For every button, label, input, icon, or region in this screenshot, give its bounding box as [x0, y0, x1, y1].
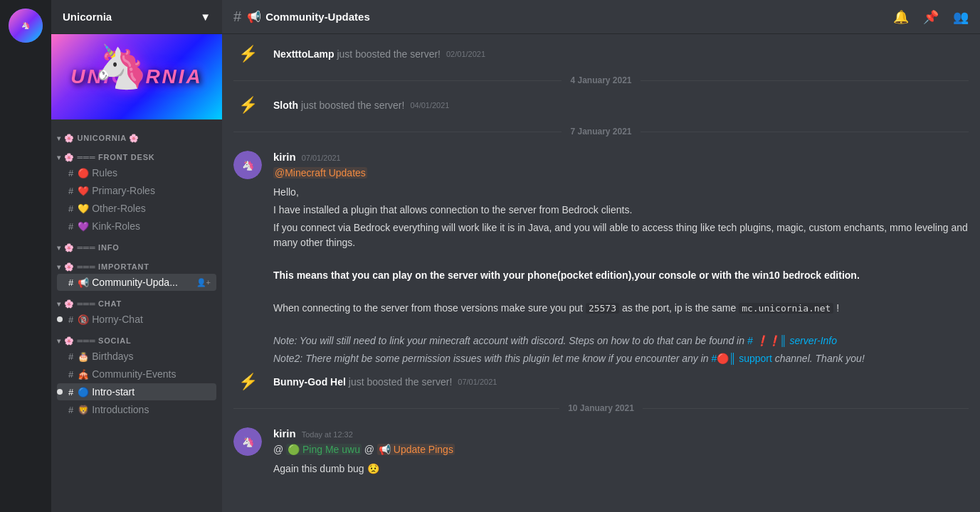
category-arrow: ▾ — [57, 154, 61, 161]
boost-text: just boosted the server! — [301, 100, 405, 111]
members-icon[interactable]: 👥 — [953, 9, 969, 25]
server-icon[interactable]: 🦄 — [9, 9, 43, 43]
category-arrow: ▾ — [57, 263, 61, 271]
boost-timestamp: 07/01/2021 — [458, 378, 497, 386]
message-paragraph-italic: Note2: There might be some permission is… — [273, 351, 969, 366]
channel-item-community-updates[interactable]: # 📢 Community-Upda... 👤+ — [57, 274, 216, 291]
channel-hashtag-icon: # — [68, 203, 73, 214]
boost-message: ⚡ Sloth just boosted the server! 04/01/2… — [222, 97, 980, 114]
channel-hashtag-icon: # — [68, 351, 73, 362]
header-icons: 🔔 📌 👥 — [893, 9, 969, 25]
ping-mention[interactable]: 🟢 Ping Me uwu — [286, 444, 362, 455]
update-mention[interactable]: 📢 Update Pings — [377, 444, 455, 455]
message-group-2: 🦄 kirin Today at 12:32 @ 🟢 Ping Me uwu @… — [222, 425, 980, 482]
avatar-fallback: 🦄 — [242, 159, 254, 171]
channel-emoji: 🎂 — [78, 351, 89, 362]
channel-header: # 📢 Community-Updates 🔔 📌 👥 — [222, 0, 980, 34]
category-social[interactable]: ▾ 🌸 ═══ SOCIAL — [51, 334, 222, 347]
channel-hashtag-icon: # — [68, 186, 73, 196]
channel-emoji: 🔴 — [78, 168, 89, 178]
booster-name: Bunny-God Hel — [273, 376, 346, 388]
channel-item-community-events[interactable]: # 🎪 Community-Events — [57, 366, 216, 383]
channel-name: Birthdays — [92, 351, 133, 362]
message-paragraph: Hello, — [273, 185, 969, 200]
sidebar: Unicornia ▼ 🦄 UNICORNIA ▾ 🌸 UNICORNIA 🌸 … — [51, 0, 222, 512]
channel-item-horny-chat[interactable]: # 🔞 Horny-Chat — [57, 311, 216, 328]
boost-timestamp: 02/01/2021 — [446, 50, 485, 58]
channel-item-intro-start[interactable]: # 🔵 Intro-start — [57, 383, 216, 400]
channel-hashtag-icon: # — [68, 387, 73, 398]
date-label: 7 January 2021 — [562, 127, 640, 137]
channel-emoji: 💛 — [78, 203, 89, 214]
support-link[interactable]: #🔴║ support — [712, 353, 772, 364]
channel-emoji: 🎪 — [78, 369, 89, 380]
channel-emoji: 🔞 — [78, 314, 89, 325]
category-info[interactable]: ▾ 🌸 ═══ INFO — [51, 240, 222, 254]
channel-item-other-roles[interactable]: # 💛 Other-Roles — [57, 200, 216, 217]
channel-megaphone-icon: 📢 — [247, 10, 261, 23]
channel-item-kink-roles[interactable]: # 💜 Kink-Roles — [57, 218, 216, 235]
at-symbol: @ — [273, 444, 286, 455]
messages-area[interactable]: ⚡ NextttoLamp just boosted the server! 0… — [222, 34, 980, 512]
message-timestamp-2: Today at 12:32 — [302, 430, 353, 439]
add-member-icon[interactable]: 👤+ — [196, 278, 211, 287]
category-unicornia[interactable]: ▾ 🌸 UNICORNIA 🌸 — [51, 131, 222, 144]
booster-name: Sloth — [273, 100, 298, 111]
message-paragraph: If you connect via Bedrock everything wi… — [273, 220, 969, 250]
message-content: @Minecraft Updates Hello, I have install… — [273, 166, 969, 366]
boost-icon: ⚡ — [233, 368, 262, 396]
channel-emoji: 🔵 — [78, 387, 89, 398]
channel-item-primary-roles[interactable]: # ❤️ Primary-Roles — [57, 182, 216, 199]
channel-name: Community-Events — [92, 368, 176, 380]
message-header: kirin 07/01/2021 — [273, 151, 969, 163]
channel-hash-icon: # — [233, 9, 241, 25]
server-header[interactable]: Unicornia ▼ — [51, 0, 222, 34]
server-icon-bar: 🦄 — [0, 0, 51, 512]
category-front-desk[interactable]: ▾ 🌸 ═══ FRONT DESK — [51, 150, 222, 164]
code-port: 25573 — [586, 303, 619, 314]
bell-icon[interactable]: 🔔 — [893, 9, 909, 25]
channel-title: Community-Updates — [265, 11, 370, 23]
boost-icon: ⚡ — [233, 40, 262, 68]
message-header-2: kirin Today at 12:32 — [273, 427, 969, 439]
message-avatar: 🦄 — [233, 151, 262, 179]
channel-name: Kink-Roles — [92, 220, 140, 232]
channel-emoji: 🦁 — [78, 405, 89, 415]
message-content-2: @ 🟢 Ping Me uwu @ 📢 Update Pings Again t… — [273, 442, 969, 476]
category-arrow: ▾ — [57, 337, 61, 345]
date-label: 10 January 2021 — [559, 403, 643, 413]
channel-name: Intro-start — [92, 386, 135, 398]
pin-icon[interactable]: 📌 — [923, 9, 939, 25]
category-label: 🌸 ═══ CHAT — [64, 299, 122, 309]
message-author-2[interactable]: kirin — [273, 427, 296, 439]
category-important[interactable]: ▾ 🌸 ═══ IMPORTANT — [51, 260, 222, 273]
channel-item-introductions[interactable]: # 🦁 Introductions — [57, 401, 216, 418]
channel-item-birthdays[interactable]: # 🎂 Birthdays — [57, 348, 216, 365]
channel-emoji: ❤️ — [78, 186, 89, 196]
category-label: 🌸 ═══ SOCIAL — [64, 336, 132, 346]
channel-hashtag-icon: # — [68, 314, 73, 325]
boost-icon: ⚡ — [233, 91, 262, 119]
message-paragraph-italic: Note: You will still need to link your m… — [273, 334, 969, 348]
server-info-link[interactable]: # ❗❗║ server-Info — [747, 335, 837, 346]
category-chat[interactable]: ▾ 🌸 ═══ CHAT — [51, 297, 222, 310]
channel-name: Horny-Chat — [92, 314, 143, 325]
channel-name: Community-Upda... — [92, 277, 178, 288]
message-timestamp: 07/01/2021 — [302, 154, 341, 162]
unread-indicator — [57, 389, 63, 395]
message-author[interactable]: kirin — [273, 151, 296, 163]
channel-name: Primary-Roles — [92, 185, 155, 196]
boost-text: just boosted the server! — [337, 48, 441, 60]
message-paragraph-bold: This means that you can play on the serv… — [273, 268, 969, 283]
channel-hashtag-icon: # — [68, 221, 73, 232]
role-mention[interactable]: @Minecraft Updates — [273, 167, 367, 178]
message-avatar-2: 🦄 — [233, 427, 262, 456]
category-arrow: ▾ — [57, 134, 61, 142]
channel-hashtag-icon: # — [68, 405, 73, 415]
channel-item-rules[interactable]: # 🔴 Rules — [57, 164, 216, 181]
channel-emoji: 💜 — [78, 221, 89, 232]
avatar-fallback-2: 🦄 — [242, 436, 254, 447]
message-paragraph: I have installed a plugin that allows co… — [273, 203, 969, 218]
avatar: 🦄 — [233, 151, 262, 179]
date-divider-3: 10 January 2021 — [222, 392, 980, 425]
